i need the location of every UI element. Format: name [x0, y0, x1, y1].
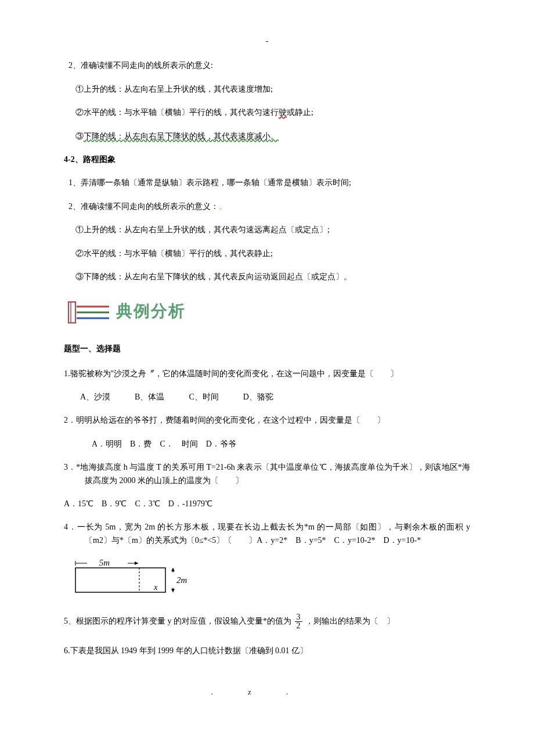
- intro-sub-1: ①上升的线：从左向右呈上升状的线，其代表速度增加;: [64, 83, 470, 96]
- question-6: 6.下表是我国从 1949 年到 1999 年的人口统计数据〔准确到 0.01 …: [64, 645, 470, 657]
- sec42-sub-1: ①上升的线：从左向右呈上升状的线，其代表匀速远离起点〔或定点〕;: [64, 224, 470, 236]
- question-5-stem-b: ，则输出的结果为〔 〕: [305, 617, 395, 625]
- intro-sub-2-wavy: 驶: [279, 108, 287, 117]
- question-2-options: A．明明 B．费 C． 时间 D．爷爷: [92, 438, 470, 451]
- footer-z: z.: [248, 687, 323, 696]
- question-section-title: 题型一、选择题: [64, 343, 470, 355]
- diagram-label-5m: 5m: [99, 558, 110, 567]
- intro-sub-2: ②水平的线：与水平轴〔横轴〕平行的线，其代表匀速行驶或静止;: [64, 106, 470, 119]
- intro-sub-2c: 或静止;: [287, 108, 313, 117]
- intro-sub-3a: ③: [75, 132, 84, 141]
- sec42-line-2-dot: 。: [219, 202, 227, 211]
- sec42-line-1: 1、弄清哪一条轴〔通常是纵轴〕表示路程，哪一条轴〔通常是横轴〕表示时间;: [64, 177, 470, 189]
- question-4-diagram: 5m x 2m: [70, 557, 470, 602]
- diagram-label-2m: 2m: [176, 575, 187, 585]
- fraction-3-over-2: 3 2: [295, 613, 302, 631]
- question-3-options: A．15℃ B．9℃ C．3℃ D．-11979℃: [64, 498, 470, 510]
- question-5: 5、根据图示的程序计算变量 y 的对应值，假设输入变量*的值为 3 2 ，则输出…: [64, 613, 470, 631]
- sec42-line-2a: 2、准确读懂不同走向的线所表示的意义：: [68, 202, 219, 211]
- question-1: 1.骆驼被称为"沙漠之舟〞，它的体温随时间的变化而变化，在这一问题中，因变量是〔…: [64, 368, 470, 380]
- question-1-options: A、沙漠 B、体温 C、时间 D、骆驼: [80, 391, 470, 404]
- svg-marker-12: [171, 589, 175, 592]
- sec42-sub-3: ③下降的线：从左向右呈下降状的线，其代表反向运动返回起点〔或定点〕。: [64, 271, 470, 283]
- header-dash: -: [64, 35, 470, 48]
- page-footer: .z.: [64, 686, 470, 699]
- intro-sub-3-wavy: 下降的线：从左向右呈下降状的线，其代表速度减小。: [84, 132, 279, 141]
- svg-marker-6: [135, 561, 138, 565]
- intro-sub-3: ③下降的线：从左向右呈下降状的线，其代表速度减小。: [64, 130, 470, 143]
- example-analysis-label: 典例分析: [116, 298, 186, 325]
- svg-rect-7: [75, 568, 165, 592]
- question-3: 3．*地海拔高度 h 与温度 T 的关系可用 T=21-6h 来表示〔其中温度单…: [64, 461, 470, 487]
- fraction-denominator: 2: [295, 622, 302, 631]
- question-5-stem-a: 5、根据图示的程序计算变量 y 的对应值，假设输入变量*的值为: [64, 617, 291, 625]
- sec42-sub-2: ②水平的线：与水平轴〔横轴〕平行的线，其代表静止;: [64, 247, 470, 260]
- section-4-2-title: 4-2、路程图象: [64, 153, 470, 166]
- intro-sub-2a: ②水平的线：与水平轴〔横轴〕平行的线，其代表匀速行: [75, 108, 279, 117]
- question-4: 4．一长为 5m，宽为 2m 的长方形木板，现要在长边上截去长为*m 的一局部〔…: [64, 521, 470, 547]
- example-analysis-header: 典例分析: [64, 297, 470, 325]
- svg-marker-10: [171, 568, 175, 571]
- question-2: 2．明明从给远在的爷爷打，费随着时间的变化而变化，在这个过程中，因变量是〔 〕: [64, 414, 470, 427]
- footer-dot-1: .: [211, 687, 248, 696]
- sec42-line-2: 2、准确读懂不同走向的线所表示的意义：。: [64, 200, 470, 213]
- diagram-label-x: x: [153, 582, 158, 592]
- book-icon: [64, 297, 110, 325]
- fraction-numerator: 3: [295, 613, 302, 622]
- intro-line-2: 2、准确读懂不同走向的线所表示的意义:: [64, 59, 470, 72]
